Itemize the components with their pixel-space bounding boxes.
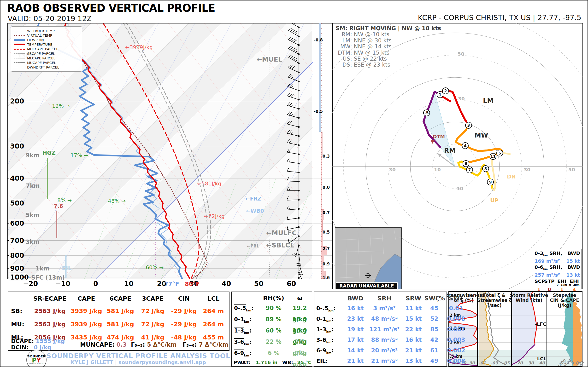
frz-row: FRZ:4900mWB0:3800m [232, 366, 312, 367]
svg-text:←72J/kg: ←72J/kg [204, 213, 225, 219]
svg-text:12% →: 12% → [52, 103, 70, 109]
legend-label: DEWPOINT [27, 38, 46, 42]
legend-swatch [14, 49, 25, 50]
svg-text:10: 10 [124, 280, 134, 288]
svg-text:←581J/kg: ←581J/kg [197, 181, 221, 187]
radar-unavailable-badge: RADAR UNAVAILABLE [336, 283, 398, 289]
svg-text:80°F: 80°F [185, 281, 200, 287]
legend-item-sbcape-parcel: SBCAPE PARCEL [14, 51, 79, 56]
legend-swatch [14, 44, 25, 45]
svg-text:←MUEL: ←MUEL [257, 56, 282, 63]
kin-row: EIL:21 kt21 m²/s²13 kt490.008 [314, 356, 447, 366]
kin-value: 13 kt [402, 356, 424, 366]
rh-row: 3-6km:22 %2.1 g/kg [232, 336, 312, 348]
legend-item-dewpoint: DEWPOINT [14, 38, 79, 42]
thermo-value: 264 m [199, 305, 228, 317]
thermo-value: -29 J/kg [169, 305, 199, 317]
legend-swatch [14, 67, 25, 67]
legend-label: MUECAPE PARCEL [27, 47, 58, 51]
thermo-row: MU:2563 J/kg3939 J/kg581 J/kg72 J/kg-29 … [8, 317, 229, 330]
legend-item-mucape-parcel: MUCAPE PARCEL [14, 60, 79, 65]
svg-text:-0.5: -0.5 [314, 109, 323, 114]
composite-indices-values: 1014 [535, 287, 580, 292]
rh-col-header: RH(%) [260, 294, 287, 303]
dcape-row: DCAPE: 1555 J/kg [11, 338, 65, 344]
thermo-header: 3CAPE [137, 294, 169, 303]
svg-text:Wind (kts): Wind (kts) [516, 298, 542, 303]
svg-text:10: 10 [434, 167, 441, 173]
legend-label: MLCAPE PARCEL [27, 56, 55, 60]
legend-swatch [14, 62, 25, 63]
svg-text:DN: DN [507, 174, 516, 180]
valid-timestamp: VALID: 05-20-2019 12Z [8, 14, 92, 23]
svg-text:(/sec): (/sec) [487, 303, 502, 308]
svg-text:0.3: 0.3 [322, 154, 330, 158]
thermo-value: 2563 J/kg [31, 319, 69, 330]
svg-text:.01: .01 [479, 360, 486, 365]
svg-text:800: 800 [10, 251, 24, 259]
legend-item-wetbulb-temp: WETBULB TEMP [14, 28, 79, 33]
svg-text:10: 10 [457, 186, 463, 192]
legend-swatch [14, 58, 25, 58]
composite-indices-header: SCPSTPEHI0−1kmEHI0−3km [535, 279, 580, 286]
legend-item-temperature: TEMPERATURE [14, 42, 79, 47]
footer-line2: KYLE J GILLETT | sounderpysoundings.anvi… [39, 359, 238, 365]
svg-text:200: 200 [10, 97, 24, 105]
svg-text:0: 0 [93, 280, 98, 288]
legend-item-dwndrft-parcel: DWNDRFT PARCEL [14, 65, 79, 69]
svg-text:←SBLCL: ←SBLCL [266, 242, 294, 249]
kin-value: 0.008 [444, 356, 468, 366]
thermo-row-label: SB: [8, 305, 31, 317]
svg-text:3: 3 [467, 123, 470, 128]
thermo-row: SB:2563 J/kg3939 J/kg581 J/kg72 J/kg-29 … [8, 303, 229, 317]
svg-text:.03: .03 [491, 360, 498, 365]
svg-text:5km: 5km [26, 212, 40, 218]
thermo-header: SR-ECAPE [31, 294, 69, 303]
svg-text:9: 9 [489, 180, 492, 184]
svg-text:7km: 7km [26, 183, 40, 189]
thermo-value: 3939 J/kg [69, 319, 104, 330]
svg-text:9km: 9km [26, 152, 40, 159]
rh-row: 6-9km:6 %0.2 g/kg [232, 348, 312, 359]
svg-text:-LCL: -LCL [535, 356, 546, 361]
svg-text:HGZ: HGZ [43, 150, 56, 156]
svg-text:7.6: 7.6 [54, 203, 63, 209]
storm-motion-line-0: SM: RIGHT MOVING | NW @ 10 kts [336, 25, 460, 31]
thermo-grid: SR-ECAPECAPE6CAPE3CAPECINLCL [8, 292, 229, 303]
svg-text:50: 50 [254, 280, 264, 288]
svg-text:Stepwise: Stepwise [553, 292, 576, 298]
storm-motion-line-6: DS: ESE @ 23 kts [336, 62, 460, 68]
svg-text:DTM: DTM [433, 134, 445, 139]
svg-text:300: 300 [10, 142, 24, 150]
legend-item-virtual-temp: VIRTUAL TEMP [14, 33, 79, 38]
pwat-row: PWAT:1.716 inWB:25 °C [232, 359, 312, 366]
storm-motion-line-1: RM: NW @ 10 kts [336, 31, 460, 37]
svg-text:←PBL: ←PBL [247, 244, 259, 248]
footer-credit: SOUNDERPY VERTICAL PROFILE ANALYSIS TOOL… [39, 352, 238, 365]
svg-text:400: 400 [10, 174, 24, 182]
srh-0-6-header: 0-6km SRH,BWD [535, 264, 580, 272]
legend-label: SBCAPE PARCEL [27, 52, 55, 56]
kin-row: 0-1km:23 kt48 m²/s²15 kt520.008 [314, 314, 447, 324]
legend-label: DWNDRFT PARCEL [27, 65, 59, 69]
srh-bwd-summary-box: 0-3km SRH,BWD169 m²/s²15 kt0-6km SRH,BWD… [533, 249, 582, 289]
omega-panel: -0.8-0.50.30.00.70.52.70.91.6 [313, 23, 332, 280]
svg-text:−20: −20 [23, 280, 38, 288]
svg-text:5: 5 [498, 151, 501, 156]
svg-text:8: 8 [484, 167, 487, 171]
svg-text:50: 50 [568, 167, 575, 173]
svg-text:11: 11 [490, 154, 496, 159]
kin-row: 0-.5km:16 kt3 m²/s²11 kt450.01 [314, 303, 447, 314]
svg-text:60% →: 60% → [146, 265, 164, 270]
srh-0-3-values: 169 m²/s²15 kt [535, 258, 580, 264]
kin-value: 21 m²/s² [366, 356, 402, 366]
kin-header: SWζ [444, 294, 468, 303]
thermo-value: 264 m [199, 319, 228, 330]
svg-text:←MULFC: ←MULFC [266, 229, 297, 237]
legend-label: TEMPERATURE [27, 43, 52, 46]
legend-item-muecape-parcel: MUECAPE PARCEL [14, 47, 79, 51]
lapse-0-3: Γ₀₋₃: 5 Δ°C/km [131, 341, 176, 348]
kinematics-table: BWDSRHSRWSWζ%SWζ0-.5km:16 kt3 m²/s²11 kt… [314, 292, 447, 367]
thermo-value: -29 J/kg [169, 319, 199, 330]
legend-label: WETBULB TEMP [27, 29, 55, 33]
